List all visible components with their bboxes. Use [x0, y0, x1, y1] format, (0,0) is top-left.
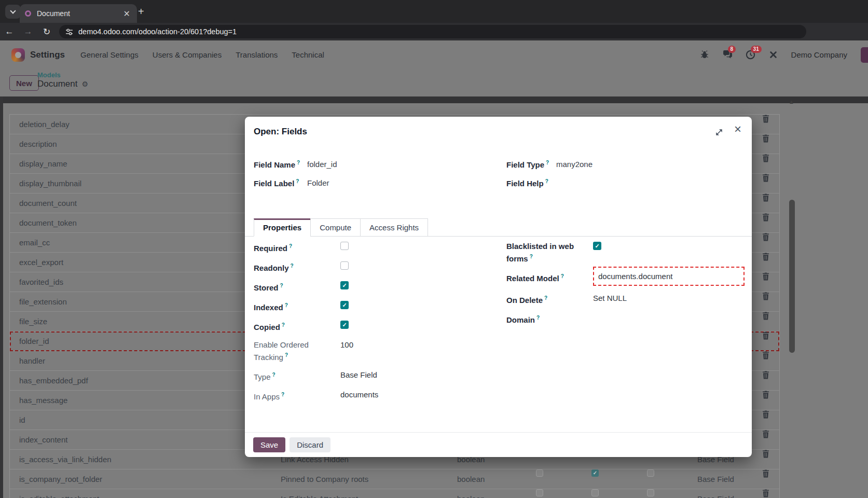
scrollbar-up-arrow[interactable]: ▲ — [789, 99, 794, 105]
tab-compute[interactable]: Compute — [310, 218, 361, 237]
help-question-mark[interactable]: ? — [272, 372, 275, 378]
nav-item-users-companies[interactable]: Users & Companies — [153, 50, 222, 59]
trash-icon-button[interactable] — [762, 312, 770, 321]
trash-icon-button[interactable] — [762, 174, 770, 183]
enable-ordered-tracking-value[interactable]: 100 — [340, 340, 353, 350]
help-question-mark[interactable]: ? — [546, 160, 549, 165]
type-value[interactable]: Base Field — [340, 370, 377, 380]
new-tab-button[interactable]: + — [138, 6, 144, 17]
scrollbar-thumb[interactable] — [789, 200, 795, 353]
trash-icon-button[interactable] — [762, 272, 770, 282]
in-apps-value[interactable]: documents — [340, 390, 378, 400]
activities-clock-icon[interactable]: 31 — [746, 50, 756, 60]
app-name[interactable]: Settings — [30, 50, 65, 60]
back-icon[interactable]: ← — [0, 26, 19, 37]
trash-icon-button[interactable] — [762, 213, 770, 223]
trash-icon-button[interactable] — [762, 410, 770, 420]
trash-icon-button[interactable] — [762, 469, 770, 479]
odoo-apps-logo-icon[interactable] — [11, 48, 25, 62]
property-label: Readonly? — [254, 261, 340, 273]
tab-access-rights[interactable]: Access Rights — [360, 218, 428, 237]
url-bar[interactable]: demo4.odoo.com/odoo/action-20/601?debug=… — [59, 25, 806, 38]
cell-checkbox-1[interactable] — [536, 489, 543, 496]
nav-item-general-settings[interactable]: General Settings — [80, 50, 139, 59]
trash-icon-button[interactable] — [762, 489, 770, 498]
nav-item-technical[interactable]: Technical — [292, 50, 324, 59]
help-question-mark[interactable]: ? — [530, 254, 533, 259]
cell-checkbox-2[interactable] — [591, 489, 599, 496]
trash-icon-button[interactable] — [762, 154, 770, 163]
help-question-mark[interactable]: ? — [282, 322, 285, 328]
help-question-mark[interactable]: ? — [281, 392, 284, 397]
property-row-related-model: Related Model?documents.document — [506, 271, 745, 286]
help-question-mark[interactable]: ? — [544, 295, 547, 301]
help-question-mark[interactable]: ? — [291, 263, 294, 269]
tab-close-icon[interactable]: ✕ — [122, 9, 132, 19]
tab-properties[interactable]: Properties — [254, 218, 311, 237]
messages-icon[interactable]: 8 — [723, 50, 733, 60]
debug-bug-icon[interactable] — [700, 50, 710, 60]
trash-icon-button[interactable] — [762, 253, 770, 262]
cell-checkbox-2[interactable]: ✓ — [591, 469, 599, 477]
trash-icon-button[interactable] — [762, 115, 770, 124]
property-label: On Delete? — [506, 293, 593, 306]
help-question-mark[interactable]: ? — [297, 160, 300, 165]
trash-icon-button[interactable] — [762, 134, 770, 144]
header-field-field-type: Field Type?many2one — [506, 160, 593, 169]
trash-icon-button[interactable] — [762, 193, 770, 203]
stored-checkbox[interactable]: ✓ — [340, 281, 349, 289]
help-question-mark[interactable]: ? — [296, 178, 299, 184]
property-row-required: Required? — [254, 241, 498, 254]
cell-field-name: is_editable_attachment — [19, 489, 99, 498]
field-value[interactable]: folder_id — [307, 160, 337, 169]
table-row-is-company-root-folder[interactable]: is_company_root_folderPinned to Company … — [10, 469, 779, 489]
help-question-mark[interactable]: ? — [289, 243, 292, 249]
trash-icon-button[interactable] — [762, 292, 770, 301]
user-avatar[interactable] — [861, 47, 868, 63]
help-question-mark[interactable]: ? — [561, 273, 564, 279]
indexed-checkbox[interactable]: ✓ — [340, 301, 349, 309]
cell-field-name: document_token — [19, 213, 77, 233]
trash-icon-button[interactable] — [762, 430, 770, 439]
help-question-mark[interactable]: ? — [545, 178, 548, 184]
field-value[interactable]: Folder — [307, 178, 329, 188]
nav-item-translations[interactable]: Translations — [236, 50, 278, 59]
help-question-mark[interactable]: ? — [280, 283, 283, 288]
cell-checkbox-3[interactable] — [647, 489, 654, 496]
help-question-mark[interactable]: ? — [285, 352, 288, 358]
field-value[interactable]: many2one — [556, 160, 593, 169]
reload-icon[interactable]: ↻ — [37, 26, 56, 37]
expand-dialog-icon[interactable] — [715, 128, 723, 136]
related-model-value[interactable]: documents.document — [598, 271, 672, 282]
tab-search-chevron-button[interactable] — [5, 5, 21, 19]
readonly-checkbox[interactable] — [340, 261, 349, 270]
cell-checkbox-3[interactable] — [647, 469, 654, 477]
blacklisted-in-web-forms-checkbox[interactable]: ✓ — [593, 242, 601, 250]
new-button[interactable]: New — [9, 75, 39, 91]
trash-icon-button[interactable] — [762, 450, 770, 459]
help-question-mark[interactable]: ? — [536, 315, 540, 321]
gear-icon[interactable]: ⚙ — [81, 80, 88, 88]
help-question-mark[interactable]: ? — [285, 302, 288, 308]
company-switcher[interactable]: Demo Company — [791, 50, 847, 59]
discard-button[interactable]: Discard — [290, 437, 330, 452]
browser-tab[interactable]: Document ✕ — [20, 4, 137, 23]
cell-checkbox-1[interactable] — [536, 469, 543, 477]
table-row-is-editable-attachment[interactable]: is_editable_attachmentIs Editable Attach… — [10, 489, 779, 498]
trash-icon-button[interactable] — [762, 351, 770, 361]
site-settings-icon[interactable] — [65, 28, 73, 36]
on-delete-value[interactable]: Set NULL — [593, 293, 627, 303]
trash-icon-button[interactable] — [762, 331, 770, 341]
breadcrumb-parent-link[interactable]: Models — [37, 71, 88, 79]
related-model-highlighted-input[interactable]: documents.document — [593, 267, 745, 286]
required-checkbox[interactable] — [340, 242, 349, 250]
trash-icon-button[interactable] — [762, 233, 770, 242]
close-dialog-icon[interactable]: × — [734, 123, 741, 135]
save-button[interactable]: Save — [253, 437, 285, 452]
trash-icon-button[interactable] — [762, 391, 770, 400]
trash-icon-button[interactable] — [762, 371, 770, 380]
tools-icon[interactable] — [768, 50, 779, 60]
copied-checkbox[interactable]: ✓ — [340, 321, 349, 329]
cell-field-kind: Base Field — [697, 489, 734, 498]
forward-icon[interactable]: → — [19, 26, 37, 37]
